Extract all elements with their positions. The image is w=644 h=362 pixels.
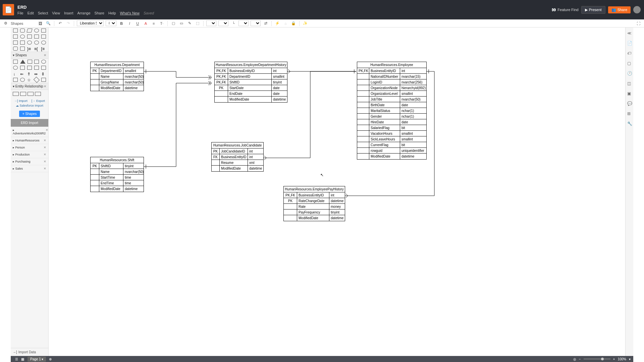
share-button[interactable]: 👥 Share (608, 6, 631, 13)
actions-icon[interactable]: ▣ (627, 91, 632, 96)
menu-insert[interactable]: Insert (64, 11, 73, 15)
target-icon[interactable]: ◎ (573, 357, 576, 361)
entity-row[interactable]: HireDatedate (357, 119, 426, 125)
entity-row[interactable]: Ratemoney (284, 204, 345, 209)
export-link[interactable]: [→ Export (32, 99, 45, 103)
entity-row[interactable]: PK,FKBusinessEntityIDint (215, 68, 287, 74)
entity-row[interactable]: ModifiedDatedatetime (284, 215, 345, 221)
menu-share[interactable]: Share (95, 11, 104, 15)
salesforce-import-link[interactable]: ☁ Salesforce Import (11, 104, 48, 109)
entity-row[interactable]: EndTimetime (91, 180, 144, 186)
lock-icon[interactable]: 🔒 (290, 20, 297, 26)
entity-row[interactable]: OrganizationNodehierarchyid(892) (357, 85, 426, 91)
entity-row[interactable]: PK,FKShiftIDtinyint (215, 79, 287, 85)
menu-edit[interactable]: Edit (28, 11, 34, 15)
entity-row[interactable]: SalariedFlagbit (357, 125, 426, 131)
entity-department[interactable]: HumanResources.Department PKDepartmentID… (90, 62, 144, 91)
entity-row[interactable]: LoginIDnvarchar(256) (357, 79, 426, 85)
fullscreen-icon[interactable]: ⛶ (635, 20, 641, 26)
entity-row[interactable]: StartTimetime (91, 175, 144, 180)
entity-row[interactable]: GroupNamenvarchar(50) (91, 79, 144, 85)
entity-employee[interactable]: HumanResources.Employee PK,FKBusinessEnt… (357, 62, 427, 160)
entity-row[interactable]: Resumexml (212, 160, 263, 166)
arrow-end-select[interactable]: → (251, 20, 261, 26)
close-icon[interactable]: ✕ (44, 53, 46, 57)
entity-row[interactable]: PKJobCandidateIDint (212, 148, 263, 154)
fill-icon[interactable]: ▢ (170, 20, 176, 26)
text-color-icon[interactable]: A (143, 20, 149, 26)
redo-icon[interactable]: ↷ (65, 20, 71, 26)
swap-icon[interactable]: ⇄ (263, 20, 269, 26)
entity-row[interactable]: PKShiftIDtinyint (91, 163, 144, 169)
close-icon[interactable]: ✕ (44, 153, 46, 156)
entity-employee-pay-history[interactable]: HumanResources.EmployeePayHistory PK,FKB… (283, 186, 345, 221)
entity-row[interactable]: rowguiduniqueidentifier (357, 148, 426, 154)
app-logo[interactable]: 📄 (3, 4, 14, 15)
close-icon[interactable]: ✕ (44, 160, 46, 163)
zoom-in-icon[interactable]: + (613, 357, 615, 361)
feature-find[interactable]: 👀 Feature Find (551, 8, 578, 12)
list-view-icon[interactable]: ☰ (13, 356, 19, 362)
entity-row[interactable]: PKStartDatedate (215, 85, 287, 91)
line-width-select[interactable]: 2 px (218, 20, 228, 26)
italic-icon[interactable]: I (126, 20, 132, 26)
category-person[interactable]: ▸ Person✕ (11, 144, 48, 151)
erd-import-row[interactable]: ERD Import (11, 119, 48, 127)
entity-job-candidate[interactable]: HumanResources.JobCandidate PKJobCandida… (211, 142, 264, 172)
tools-icon[interactable]: 🔧 (627, 121, 632, 126)
underline-icon[interactable]: U (135, 20, 141, 26)
line-style-select[interactable]: — (206, 20, 216, 26)
close-icon[interactable]: ✕ (44, 139, 46, 142)
entity-row[interactable]: ModifiedDatedatetime (357, 154, 426, 159)
menu-arrange[interactable]: Arrange (77, 11, 90, 15)
collapse-icon[interactable]: ≪ (627, 31, 632, 36)
add-shapes-button[interactable]: + Shapes (19, 111, 40, 117)
grid-view-icon[interactable]: ▦ (19, 356, 25, 362)
undo-icon[interactable]: ↶ (57, 20, 63, 26)
bold-icon[interactable]: B (118, 20, 124, 26)
entity-row[interactable]: PK,FKBusinessEntityIDint (357, 68, 426, 74)
entity-row[interactable]: CurrentFlagbit (357, 142, 426, 148)
close-icon[interactable]: ✕ (44, 84, 46, 88)
menu-view[interactable]: View (52, 11, 60, 15)
font-select[interactable]: Liberation Sans (77, 20, 104, 26)
menu-select[interactable]: Select (38, 11, 48, 15)
menu-whats-new[interactable]: What's New (120, 11, 140, 15)
shapes-section-header[interactable]: ▾ Shapes ✕ (11, 52, 48, 59)
entity-row[interactable]: OrganizationLevelsmallint (357, 91, 426, 97)
magic-icon[interactable]: ✨ (302, 20, 308, 26)
data-icon[interactable]: ⊞ (627, 111, 632, 116)
diagram-canvas[interactable]: HumanResources.Department PKDepartmentID… (49, 27, 625, 356)
history-icon[interactable]: 🕐 (627, 71, 632, 76)
entity-employee-department-history[interactable]: HumanResources.EmployeeDepartmentHistory… (214, 62, 287, 103)
user-avatar[interactable] (633, 6, 641, 13)
shapes-label[interactable]: Shapes (11, 21, 23, 25)
entity-row[interactable]: PK,FKDepartmentIDsmallint (215, 74, 287, 79)
zoom-level[interactable]: 100% (618, 357, 626, 361)
entity-row[interactable]: BirthDatedate (357, 102, 426, 108)
entity-row[interactable]: Namenvarchar(50) (91, 74, 144, 79)
entity-row[interactable]: PK,FKBusinessEntityIDint (284, 192, 345, 198)
line-type-icon[interactable]: └ (230, 20, 236, 26)
present-button[interactable]: ▶ Present (581, 6, 605, 14)
zoom-slider[interactable] (584, 359, 610, 359)
entity-row[interactable]: FKBusinessEntityIDint (212, 154, 263, 160)
page-tab[interactable]: Page 1 ▾ (28, 357, 46, 362)
text-options-icon[interactable]: T· (159, 20, 165, 26)
pencil-icon[interactable]: ✎ (186, 20, 193, 26)
import-data-button[interactable]: →] Import Data (11, 348, 48, 356)
entity-row[interactable]: PayFrequencytinyint (284, 209, 345, 215)
doc-title[interactable]: ERD (17, 5, 154, 10)
align-icon[interactable]: ≡ (151, 20, 157, 26)
home-icon[interactable]: ⌂ (282, 20, 288, 26)
category-purchasing[interactable]: ▸ Purchasing✕ (11, 158, 48, 165)
entity-shift[interactable]: HumanResources.Shift PKShiftIDtinyintNam… (90, 157, 144, 192)
fontsize-select[interactable]: 8 pt (106, 20, 116, 26)
entity-row[interactable]: ModifiedDatedatetime (91, 186, 144, 192)
category-sales[interactable]: ▸ Sales✕ (11, 165, 48, 172)
layers-icon[interactable]: ◫ (627, 81, 632, 86)
er-section-header[interactable]: ▾ Entity Relationship ✕ (11, 83, 48, 90)
entity-row[interactable]: Gendernchar(1) (357, 114, 426, 119)
shapes-toggle-icon[interactable]: ⚙ (3, 20, 9, 26)
import-link[interactable]: →] Import (14, 99, 28, 103)
